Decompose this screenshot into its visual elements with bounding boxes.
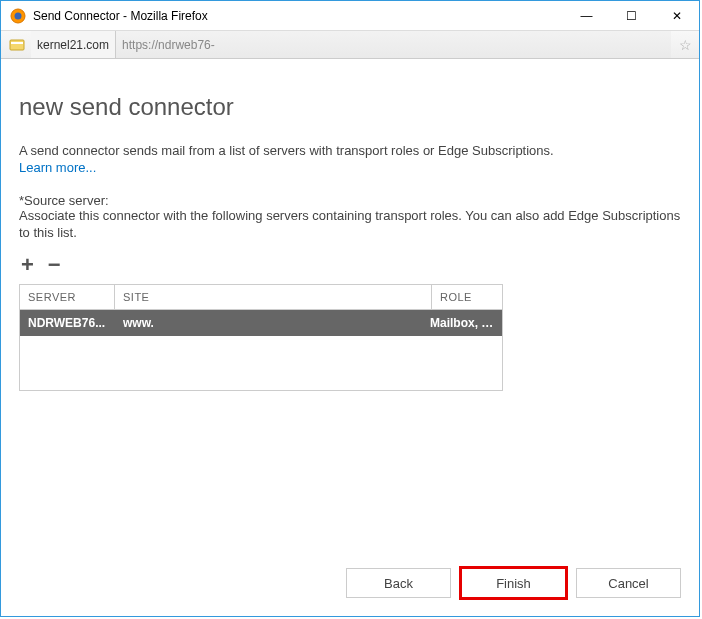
- remove-button[interactable]: −: [46, 254, 63, 276]
- url-text[interactable]: https://ndrweb76-: [116, 31, 671, 58]
- table-header: SERVER SITE ROLE: [20, 285, 502, 310]
- page-description: A send connector sends mail from a list …: [19, 143, 681, 160]
- browser-window: Send Connector - Mozilla Firefox — ☐ ✕ k…: [0, 0, 700, 617]
- page-title: new send connector: [19, 93, 681, 121]
- add-button[interactable]: +: [19, 254, 36, 276]
- maximize-button[interactable]: ☐: [609, 1, 654, 30]
- source-server-desc: Associate this connector with the follow…: [19, 208, 681, 242]
- titlebar: Send Connector - Mozilla Firefox — ☐ ✕: [1, 1, 699, 31]
- cell-server: NDRWEB76...: [20, 310, 115, 336]
- cancel-button[interactable]: Cancel: [576, 568, 681, 598]
- firefox-icon: [9, 7, 27, 25]
- col-site[interactable]: SITE: [115, 285, 432, 309]
- learn-more-link[interactable]: Learn more...: [19, 160, 681, 175]
- table-row[interactable]: NDRWEB76... www. Mailbox, Cl...: [20, 310, 502, 336]
- minimize-button[interactable]: —: [564, 1, 609, 30]
- table-toolbar: + −: [19, 254, 681, 276]
- svg-rect-3: [11, 42, 23, 44]
- site-icon: [7, 35, 27, 55]
- svg-rect-2: [10, 40, 24, 50]
- svg-point-1: [15, 12, 22, 19]
- cell-role: Mailbox, Cl...: [422, 310, 502, 336]
- window-title: Send Connector - Mozilla Firefox: [33, 9, 564, 23]
- cell-site: www.: [115, 310, 422, 336]
- back-button[interactable]: Back: [346, 568, 451, 598]
- col-role[interactable]: ROLE: [432, 285, 502, 309]
- server-table: SERVER SITE ROLE NDRWEB76... www. Mailbo…: [19, 284, 503, 391]
- address-bar: kernel21.com https://ndrweb76- ☆: [1, 31, 699, 59]
- site-label[interactable]: kernel21.com: [31, 31, 116, 58]
- page-content: new send connector A send connector send…: [1, 59, 699, 391]
- close-button[interactable]: ✕: [654, 1, 699, 30]
- finish-button[interactable]: Finish: [461, 568, 566, 598]
- source-server-label: *Source server:: [19, 193, 681, 208]
- window-controls: — ☐ ✕: [564, 1, 699, 30]
- bookmark-star-icon[interactable]: ☆: [671, 37, 699, 53]
- wizard-buttons: Back Finish Cancel: [346, 568, 681, 598]
- col-server[interactable]: SERVER: [20, 285, 115, 309]
- table-body: NDRWEB76... www. Mailbox, Cl...: [20, 310, 502, 390]
